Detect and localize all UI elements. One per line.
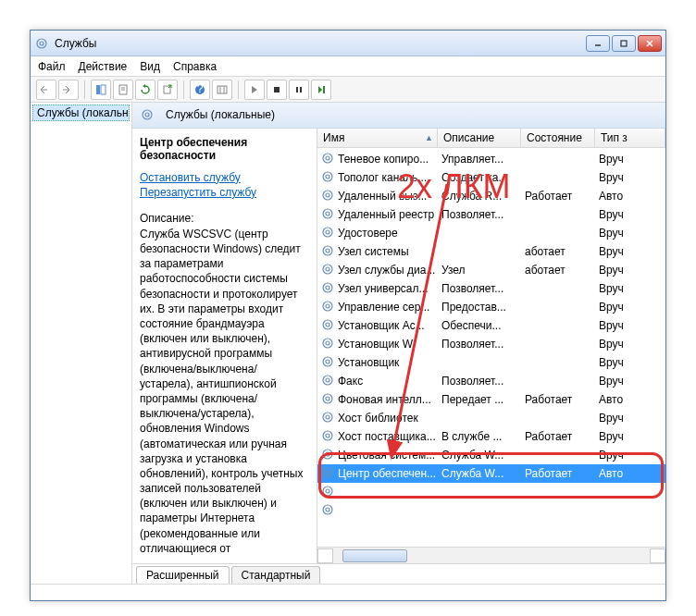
cell-name: Удостовере <box>338 227 441 240</box>
pause-service-button[interactable] <box>289 80 309 100</box>
menu-help[interactable]: Справка <box>173 60 217 73</box>
svg-point-25 <box>323 172 332 181</box>
menu-action[interactable]: Действие <box>79 60 128 73</box>
scroll-right-button[interactable] <box>650 548 665 563</box>
cell-desc: Управляет... <box>441 153 525 166</box>
cell-type: Вруч <box>599 153 665 166</box>
tree-pane[interactable]: Службы (локальн <box>31 103 132 584</box>
menu-view[interactable]: Вид <box>140 60 160 73</box>
svg-point-27 <box>323 191 332 200</box>
statusbar <box>31 584 665 600</box>
close-button[interactable] <box>638 35 662 52</box>
stop-service-button[interactable] <box>267 80 287 100</box>
cell-name: Хост поставщика... <box>338 430 441 443</box>
service-row[interactable]: Тополог каналь...Создает ка...Вруч <box>317 168 665 187</box>
start-service-button[interactable] <box>244 80 265 100</box>
properties-button[interactable] <box>113 80 133 100</box>
titlebar[interactable]: Службы <box>31 31 665 56</box>
service-row[interactable]: Хост поставщика...В службе ...РаботаетВр… <box>317 427 665 446</box>
service-row[interactable]: Управление сер...Предостав...Вруч <box>317 298 665 316</box>
service-row[interactable]: Теневое копиро...Управляет...Вруч <box>317 150 665 168</box>
hscrollbar[interactable] <box>317 547 665 563</box>
nav-back-button[interactable] <box>36 80 56 100</box>
service-row[interactable]: Узел универсал...Позволяет...Вруч <box>317 279 665 298</box>
list-rows[interactable]: Теневое копиро...Управляет...ВручТополог… <box>317 148 665 547</box>
svg-point-23 <box>323 154 332 163</box>
service-row[interactable] <box>317 483 665 501</box>
tab-standard[interactable]: Стандартный <box>231 566 321 584</box>
service-row[interactable]: УстановщикВруч <box>317 353 665 372</box>
svg-point-59 <box>323 487 332 496</box>
tab-extended[interactable]: Расширенный <box>136 566 230 584</box>
service-row[interactable]: Хост библиотекВруч <box>317 409 665 427</box>
svg-point-53 <box>323 431 332 440</box>
body: Службы (локальн Службы (локальные) Центр… <box>31 103 665 584</box>
tree-root-item[interactable]: Службы (локальн <box>32 105 130 121</box>
gear-icon <box>321 411 336 425</box>
scroll-thumb[interactable] <box>342 549 407 562</box>
service-row[interactable]: Цветовая систем...Служба W...Вруч <box>317 446 665 464</box>
cell-type: Авто <box>599 467 665 480</box>
service-row[interactable]: Узел системыаботаетВруч <box>317 242 665 261</box>
svg-point-29 <box>323 209 332 218</box>
service-row[interactable] <box>317 501 665 520</box>
stop-service-link[interactable]: Остановить службу <box>140 171 309 184</box>
columns-button[interactable] <box>212 80 232 100</box>
col-startup-type[interactable]: Тип з <box>595 129 665 147</box>
service-row[interactable]: Установщик WПозволяет...Вруч <box>317 335 665 353</box>
restart-service-button[interactable] <box>311 80 331 100</box>
cell-name: Узел универсал... <box>338 282 441 295</box>
minimize-button[interactable] <box>586 35 610 52</box>
service-row[interactable]: УдостовереВруч <box>317 224 665 242</box>
cell-state: Работает <box>525 190 599 203</box>
cell-type: Авто <box>599 190 665 203</box>
service-row[interactable]: Установщик Ac...Обеспечи...Вруч <box>317 316 665 335</box>
service-row[interactable]: Узел службы диа...УзелаботаетВруч <box>317 261 665 279</box>
cell-type: Вруч <box>599 412 665 425</box>
export-button[interactable] <box>157 80 178 100</box>
cell-type: Вруч <box>599 449 665 462</box>
gear-icon <box>321 429 336 444</box>
cell-name: Управление сер... <box>338 301 441 314</box>
main-header: Службы (локальные) <box>132 103 665 129</box>
gear-icon <box>321 170 336 185</box>
svg-point-24 <box>326 156 329 160</box>
svg-point-49 <box>323 394 332 403</box>
cell-desc: Передает ... <box>441 393 525 406</box>
gear-icon <box>321 355 336 370</box>
scroll-left-button[interactable] <box>317 548 333 563</box>
gear-icon <box>321 392 336 407</box>
toolbar-sep <box>238 80 239 99</box>
cell-state: аботает <box>525 245 599 258</box>
scroll-track[interactable] <box>333 548 650 563</box>
col-description[interactable]: Описание <box>438 129 521 147</box>
list-header: Имя▲ Описание Состояние Тип з <box>317 129 665 148</box>
cell-type: Вруч <box>599 301 665 314</box>
svg-rect-18 <box>296 87 298 92</box>
restart-service-link[interactable]: Перезапустить службу <box>140 186 309 199</box>
window-title: Службы <box>55 37 586 50</box>
svg-rect-14 <box>218 86 227 93</box>
gear-icon <box>321 466 336 481</box>
service-row[interactable]: Центр обеспечен...Служба W...РаботаетАвт… <box>317 464 665 483</box>
refresh-button[interactable] <box>135 80 155 100</box>
help-button[interactable]: ? <box>190 80 210 100</box>
gear-icon <box>321 207 336 222</box>
service-row[interactable]: Удаленный реестрПозволяет...Вруч <box>317 205 665 224</box>
cell-type: Вруч <box>599 430 665 443</box>
maximize-button[interactable] <box>612 35 636 52</box>
cell-desc: Позволяет... <box>441 338 525 351</box>
service-row[interactable]: Фоновая интелл...Передает ...РаботаетАвт… <box>317 390 665 409</box>
col-name[interactable]: Имя▲ <box>317 129 438 147</box>
show-hide-tree-button[interactable] <box>91 80 111 100</box>
svg-rect-6 <box>96 85 100 94</box>
service-row[interactable]: Удаленный выз...Служба R...РаботаетАвто <box>317 187 665 205</box>
service-row[interactable]: ФаксПозволяет...Вруч <box>317 372 665 390</box>
toolbar-sep <box>84 80 85 99</box>
nav-forward-button[interactable] <box>58 80 79 100</box>
cell-desc: Узел <box>441 264 525 277</box>
svg-point-21 <box>143 110 152 119</box>
svg-point-47 <box>323 376 332 385</box>
col-state[interactable]: Состояние <box>521 129 595 147</box>
menu-file[interactable]: Файл <box>38 60 66 73</box>
